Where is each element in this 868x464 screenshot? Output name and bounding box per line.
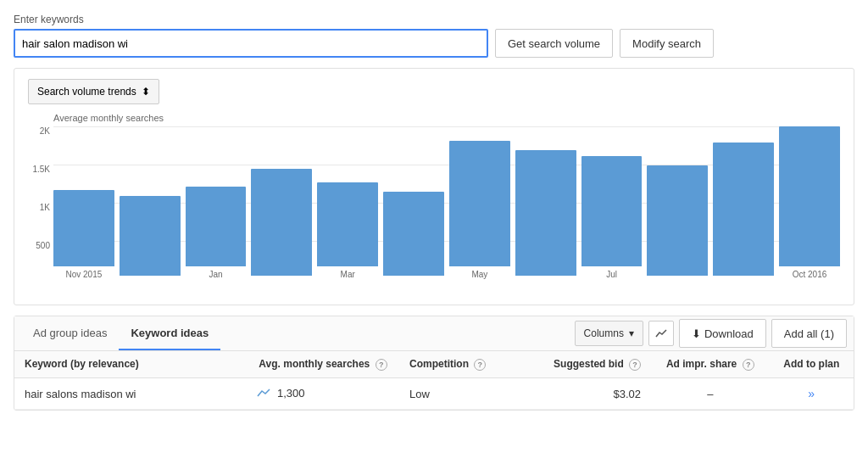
td-bid: $3.02 <box>501 377 651 410</box>
bid-value: $3.02 <box>614 388 642 400</box>
y-tick-1k: 1K <box>40 203 50 212</box>
th-avg: Avg. monthly searches ? <box>247 351 399 377</box>
toolbar-actions: Columns ▾ ⬇ Download Add all (1) <box>575 319 847 348</box>
download-label: Download <box>704 327 754 340</box>
bar-label-4: Mar <box>341 270 355 279</box>
bar-4[interactable] <box>317 182 378 266</box>
bar-7[interactable] <box>515 150 576 276</box>
table-header-row: Keyword (by relevance) Avg. monthly sear… <box>14 351 854 377</box>
bar-col-9 <box>647 126 708 279</box>
y-tick-2k: 2K <box>40 126 50 136</box>
bar-col-3 <box>251 126 312 279</box>
add-all-button[interactable]: Add all (1) <box>771 319 847 348</box>
bar-col-6: May <box>449 126 510 279</box>
th-add: Add to plan <box>769 351 854 377</box>
main-container: Enter keywords Get search volume Modify … <box>0 0 868 464</box>
bar-1[interactable] <box>120 196 181 276</box>
table-row: hair salons madison wi 1,300 Low $3.02 <box>14 377 854 410</box>
bar-col-11: Oct 2016 <box>779 126 840 279</box>
bar-2[interactable] <box>186 187 247 266</box>
th-avg-label: Avg. monthly searches <box>259 358 370 370</box>
chart-toolbar: Search volume trends ⬍ <box>28 79 840 104</box>
bar-col-8: Jul <box>581 126 643 279</box>
dropdown-label: Search volume trends <box>37 86 136 98</box>
keyword-table: Keyword (by relevance) Avg. monthly sear… <box>14 351 854 410</box>
tab-ad-group-ideas[interactable]: Ad group ideas <box>21 316 119 350</box>
chevron-icon: ⬍ <box>142 86 150 98</box>
y-axis: 2K 1.5K 1K 500 <box>28 126 53 279</box>
bar-11[interactable] <box>779 126 840 266</box>
bar-col-7 <box>515 126 576 279</box>
bar-label-0: Nov 2015 <box>66 270 103 279</box>
impr-value: – <box>707 388 713 400</box>
bid-help-icon[interactable]: ? <box>629 359 641 371</box>
bar-col-1 <box>120 126 181 279</box>
download-button[interactable]: ⬇ Download <box>679 319 766 348</box>
bar-col-0: Nov 2015 <box>53 126 114 279</box>
keyword-value: hair salons madison wi <box>25 388 136 400</box>
bar-9[interactable] <box>647 165 708 276</box>
td-impr: – <box>651 377 769 410</box>
tab-keyword-ideas[interactable]: Keyword ideas <box>119 316 220 350</box>
th-bid: Suggested bid ? <box>501 351 651 377</box>
search-volume-trends-dropdown[interactable]: Search volume trends ⬍ <box>28 79 159 104</box>
y-axis-label: Average monthly searches <box>28 113 840 123</box>
bar-10[interactable] <box>713 143 774 276</box>
competition-value: Low <box>409 388 430 400</box>
avg-value: 1,300 <box>277 387 305 400</box>
download-icon: ⬇ <box>692 327 701 340</box>
impr-help-icon[interactable]: ? <box>743 359 754 371</box>
bar-label-2: Jan <box>209 270 223 279</box>
columns-chevron-icon: ▾ <box>629 327 634 339</box>
bar-label-11: Oct 2016 <box>793 270 827 279</box>
td-keyword: hair salons madison wi <box>14 377 247 410</box>
th-competition: Competition ? <box>399 351 501 377</box>
avg-help-icon[interactable]: ? <box>376 359 387 371</box>
chart-panel: Search volume trends ⬍ Average monthly s… <box>14 68 854 305</box>
th-keyword: Keyword (by relevance) <box>14 351 247 377</box>
keyword-input[interactable] <box>14 29 488 58</box>
chart-area: 2K 1.5K 1K 500 Nov 2015 Jan <box>28 126 840 296</box>
bar-col-2: Jan <box>186 126 247 279</box>
bar-6[interactable] <box>449 141 510 266</box>
th-bid-label: Suggested bid <box>554 358 624 370</box>
y-tick-1-5k: 1.5K <box>32 165 50 174</box>
th-add-label: Add to plan <box>783 358 839 370</box>
search-section: Enter keywords Get search volume Modify … <box>14 14 854 58</box>
bar-col-5 <box>383 126 444 279</box>
bar-label-8: Jul <box>606 270 617 279</box>
get-search-volume-button[interactable]: Get search volume <box>495 29 613 58</box>
th-impr-label: Ad impr. share <box>666 358 737 370</box>
bar-5[interactable] <box>383 192 444 276</box>
bar-3[interactable] <box>251 169 312 276</box>
td-avg: 1,300 <box>247 378 399 410</box>
tabs-toolbar: Ad group ideas Keyword ideas Columns ▾ ⬇… <box>14 316 854 351</box>
td-competition: Low <box>399 377 501 410</box>
bottom-section: Ad group ideas Keyword ideas Columns ▾ ⬇… <box>14 316 854 411</box>
add-to-plan-button[interactable]: » <box>808 387 815 400</box>
td-add[interactable]: » <box>769 377 854 410</box>
bar-col-4: Mar <box>317 126 378 279</box>
search-row: Get search volume Modify search <box>14 29 854 58</box>
bar-8[interactable] <box>581 156 643 266</box>
columns-label: Columns <box>584 327 624 339</box>
th-impr: Ad impr. share ? <box>651 351 769 377</box>
modify-search-button[interactable]: Modify search <box>620 29 714 58</box>
th-keyword-label: Keyword (by relevance) <box>25 358 139 370</box>
bar-0[interactable] <box>53 190 114 266</box>
bar-col-10 <box>713 126 774 279</box>
chart-icon-button[interactable] <box>648 321 674 346</box>
bar-label-6: May <box>471 270 487 279</box>
columns-dropdown-button[interactable]: Columns ▾ <box>575 321 643 346</box>
y-tick-500: 500 <box>36 241 50 250</box>
competition-help-icon[interactable]: ? <box>474 359 486 371</box>
search-label: Enter keywords <box>14 14 854 25</box>
th-competition-label: Competition <box>409 358 469 370</box>
trend-icon[interactable] <box>257 387 270 400</box>
bars-wrapper: Nov 2015 Jan Mar <box>53 126 840 296</box>
